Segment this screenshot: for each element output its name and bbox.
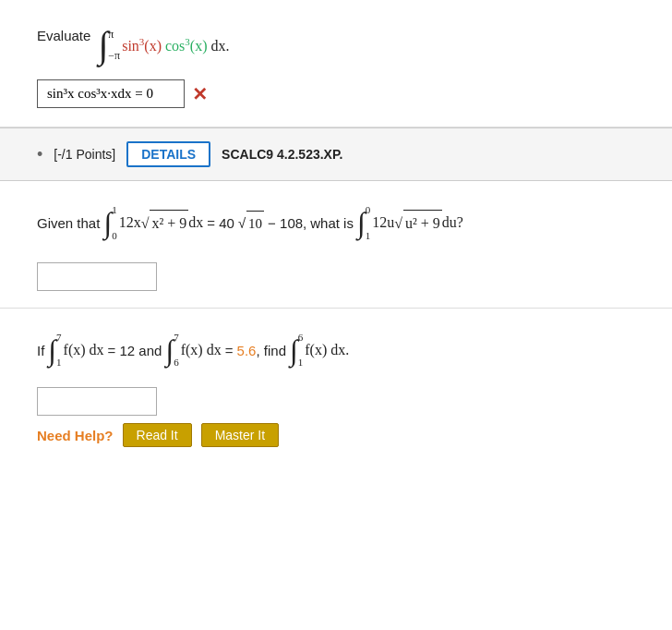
integral5-upper: 6 xyxy=(298,329,304,347)
given-text: Given that xyxy=(37,211,100,236)
sqrt-10-content: 10 xyxy=(246,211,264,236)
top-section: Evaluate ∫ π −π sin3(x) cos3(x) dx. ✕ xyxy=(0,0,672,127)
integral5-integrand: f(x) dx. xyxy=(305,337,349,364)
integral5: ∫ 6 1 f(x) dx. xyxy=(290,329,349,373)
what-is: what is xyxy=(310,211,354,236)
read-it-button[interactable]: Read It xyxy=(123,423,192,447)
integral2-du: du? xyxy=(442,210,463,236)
integral2-upper: 0 xyxy=(366,201,371,220)
integral4-limits: 7 6 xyxy=(174,329,179,373)
integral1-upper: 1 xyxy=(112,201,117,220)
problem2-text: If ∫ 7 1 f(x) dx = 12 and ∫ 7 6 f(x) dx … xyxy=(37,329,635,373)
integral4-lower: 6 xyxy=(174,354,179,372)
equals-sign: = 40 xyxy=(207,211,234,236)
scalc-reference: SCALC9 4.2.523.XP. xyxy=(222,147,342,162)
integral4-integrand: f(x) dx xyxy=(181,337,222,364)
integral1-lower: 0 xyxy=(112,227,117,246)
value-56: 5.6 xyxy=(237,343,257,358)
dx: dx. xyxy=(210,38,229,54)
integral3: ∫ 7 1 f(x) dx xyxy=(48,329,103,373)
sqrt-wrap2: √u² + 9 xyxy=(394,210,442,237)
answer-container: ✕ xyxy=(37,79,635,108)
sqrt-wrap1: √x² + 9 xyxy=(141,210,189,237)
upper-limit: π xyxy=(108,28,114,42)
integral-symbol: ∫ xyxy=(98,29,108,62)
sqrt-content2: u² + 9 xyxy=(403,210,442,237)
integral3-limits: 7 1 xyxy=(56,329,62,373)
need-help-row: Need Help? Read It Master It xyxy=(37,423,635,447)
problem2-answer-input[interactable] xyxy=(37,387,157,416)
integral5-symbol: ∫ xyxy=(290,337,298,364)
points-label: [-/1 Points] xyxy=(54,147,115,162)
top-answer-input[interactable] xyxy=(37,79,185,108)
integral2-integrand: 12u xyxy=(372,210,394,236)
middle-section: • [-/1 Points] DETAILS SCALC9 4.2.523.XP… xyxy=(0,127,672,181)
sqrt-10: √10 xyxy=(238,211,264,236)
integral2: ∫ 0 1 12u √u² + 9 du? xyxy=(357,201,463,246)
integral3-integrand: f(x) dx xyxy=(64,337,104,364)
integral3-upper: 7 xyxy=(56,329,62,347)
integral3-symbol: ∫ xyxy=(48,337,56,364)
sqrt-content1: x² + 9 xyxy=(150,210,188,237)
evaluate-text: Evaluate xyxy=(37,28,90,43)
problem1-text: Given that ∫ 1 0 12x √x² + 9 dx = 40 √10… xyxy=(37,201,635,246)
integrand: sin3(x) cos3(x) dx. xyxy=(122,36,229,55)
integral1-limits: 1 0 xyxy=(112,201,117,246)
integral1: ∫ 1 0 12x √x² + 9 dx xyxy=(103,201,203,246)
integral2-lower: 1 xyxy=(366,227,371,246)
integral2-limits: 0 1 xyxy=(366,201,371,246)
integral1-dx: dx xyxy=(188,210,203,236)
evaluate-label: Evaluate ∫ π −π sin3(x) cos3(x) dx. xyxy=(37,28,635,63)
lower-limit: −π xyxy=(108,49,120,63)
integral5-lower: 1 xyxy=(298,354,304,372)
wrong-mark: ✕ xyxy=(192,83,208,105)
problem2-section: If ∫ 7 1 f(x) dx = 12 and ∫ 7 6 f(x) dx … xyxy=(0,309,672,465)
integral1-integrand: 12x xyxy=(119,210,141,236)
master-it-button[interactable]: Master It xyxy=(201,423,279,447)
integral1-symbol: ∫ xyxy=(103,210,112,236)
integral4: ∫ 7 6 f(x) dx xyxy=(165,329,221,373)
equals2: = 5.6, find xyxy=(225,338,286,363)
details-button[interactable]: DETAILS xyxy=(126,141,210,167)
integral3-lower: 1 xyxy=(56,354,62,372)
integral-limits: π −π xyxy=(108,28,120,63)
problem1-answer-input[interactable] xyxy=(37,262,157,291)
equals1: = 12 and xyxy=(108,338,162,363)
integral-expression: ∫ π −π sin3(x) cos3(x) dx. xyxy=(98,28,229,63)
integral4-symbol: ∫ xyxy=(165,337,174,364)
cos-part: cos3(x) xyxy=(165,38,207,54)
if-text: If xyxy=(37,338,44,363)
integral4-upper: 7 xyxy=(174,329,179,347)
sin-part: sin3(x) xyxy=(122,38,162,54)
minus-108: − 108, xyxy=(268,211,306,236)
problem1-section: Given that ∫ 1 0 12x √x² + 9 dx = 40 √10… xyxy=(0,181,672,309)
need-help-label: Need Help? xyxy=(37,428,114,443)
bullet-icon: • xyxy=(37,145,42,164)
integral5-limits: 6 1 xyxy=(298,329,304,373)
integral2-symbol: ∫ xyxy=(357,210,366,236)
